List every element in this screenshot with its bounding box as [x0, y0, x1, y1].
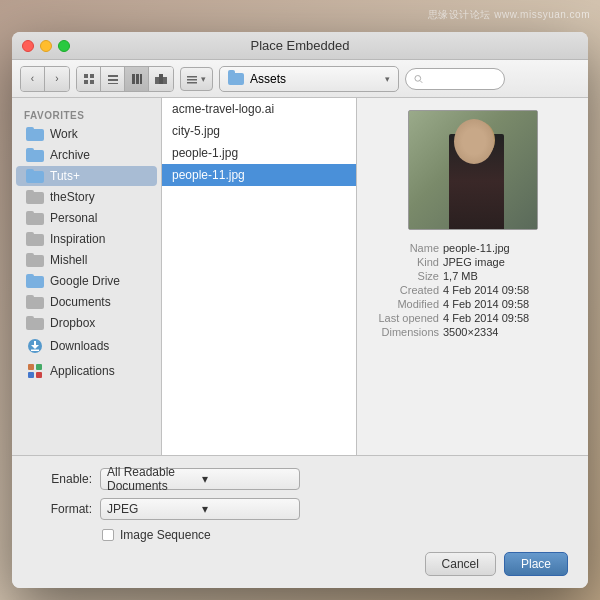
svg-rect-25 [36, 372, 42, 378]
titlebar: Place Embedded [12, 32, 588, 60]
sidebar-item-inspiration[interactable]: Inspiration [16, 229, 157, 249]
folder-icon [26, 274, 44, 288]
folder-icon [26, 253, 44, 267]
kind-value: JPEG image [443, 256, 505, 268]
svg-rect-23 [36, 364, 42, 370]
sidebar-item-tuts[interactable]: Tuts+ [16, 166, 157, 186]
sidebar-item-label: Tuts+ [50, 169, 80, 183]
place-button[interactable]: Place [504, 552, 568, 576]
folder-icon [26, 169, 44, 183]
format-row: Format: JPEG ▾ [32, 498, 568, 520]
chevron-down-icon: ▾ [202, 472, 293, 486]
svg-rect-15 [187, 82, 197, 84]
back-button[interactable]: ‹ [21, 67, 45, 91]
file-info: Name people-11.jpg Kind JPEG image Size … [369, 242, 576, 340]
preview-person-body [449, 134, 504, 229]
sidebar-item-label: Mishell [50, 253, 87, 267]
sidebar-item-label: Dropbox [50, 316, 95, 330]
preview-image [408, 110, 538, 230]
preview-person-head [461, 121, 495, 159]
format-value: JPEG [107, 502, 198, 516]
file-item[interactable]: people-1.jpg [162, 142, 356, 164]
sidebar-item-thestory[interactable]: theStory [16, 187, 157, 207]
folder-icon [26, 127, 44, 141]
sidebar: FAVORITES Work Archive Tuts+ theStory Pe… [12, 98, 162, 455]
svg-rect-21 [31, 350, 39, 352]
format-label: Format: [32, 502, 92, 516]
view-options-dropdown[interactable]: ▾ [180, 67, 213, 91]
enable-value: All Readable Documents [107, 465, 198, 493]
view-cover-button[interactable] [149, 67, 173, 91]
sidebar-item-mishell[interactable]: Mishell [16, 250, 157, 270]
kind-label: Kind [369, 256, 439, 268]
image-sequence-row: Image Sequence [102, 528, 568, 542]
favorites-label: FAVORITES [12, 106, 161, 123]
sidebar-item-documents[interactable]: Documents [16, 292, 157, 312]
location-label: Assets [250, 72, 379, 86]
sidebar-item-applications[interactable]: Applications [16, 359, 157, 383]
button-row: Cancel Place [32, 552, 568, 576]
svg-rect-13 [187, 76, 197, 78]
name-label: Name [369, 242, 439, 254]
view-icon-button[interactable] [77, 67, 101, 91]
sidebar-item-label: Archive [50, 148, 90, 162]
svg-rect-24 [28, 372, 34, 378]
folder-icon [26, 316, 44, 330]
downloads-icon [26, 337, 44, 355]
enable-dropdown[interactable]: All Readable Documents ▾ [100, 468, 300, 490]
svg-rect-5 [108, 79, 118, 81]
svg-rect-10 [155, 77, 159, 84]
image-sequence-checkbox[interactable] [102, 529, 114, 541]
sidebar-item-label: Documents [50, 295, 111, 309]
close-button[interactable] [22, 40, 34, 52]
preview-panel: Name people-11.jpg Kind JPEG image Size … [357, 98, 588, 455]
sidebar-item-downloads[interactable]: Downloads [16, 334, 157, 358]
sidebar-item-googledrive[interactable]: Google Drive [16, 271, 157, 291]
sidebar-item-personal[interactable]: Personal [16, 208, 157, 228]
location-folder-icon [228, 73, 244, 85]
folder-icon [26, 190, 44, 204]
file-item[interactable]: acme-travel-logo.ai [162, 98, 356, 120]
svg-rect-8 [136, 74, 139, 84]
location-dropdown[interactable]: Assets ▾ [219, 66, 399, 92]
sidebar-item-label: Google Drive [50, 274, 120, 288]
forward-button[interactable]: › [45, 67, 69, 91]
modified-label: Modified [369, 298, 439, 310]
dimensions-label: Dimensions [369, 326, 439, 338]
window-controls [22, 40, 70, 52]
file-item[interactable]: city-5.jpg [162, 120, 356, 142]
sidebar-item-work[interactable]: Work [16, 124, 157, 144]
search-input[interactable] [423, 73, 496, 85]
svg-rect-11 [159, 74, 163, 84]
file-item-selected[interactable]: people-11.jpg [162, 164, 356, 186]
modified-value: 4 Feb 2014 09:58 [443, 298, 529, 310]
lastopened-value: 4 Feb 2014 09:58 [443, 312, 529, 324]
cancel-button[interactable]: Cancel [425, 552, 496, 576]
folder-icon [26, 232, 44, 246]
minimize-button[interactable] [40, 40, 52, 52]
applications-icon [26, 362, 44, 380]
toolbar: ‹ › ▾ Assets ▾ [12, 60, 588, 98]
svg-rect-1 [90, 74, 94, 78]
svg-rect-7 [132, 74, 135, 84]
svg-rect-22 [28, 364, 34, 370]
svg-rect-20 [34, 341, 36, 346]
svg-rect-9 [140, 74, 142, 84]
view-column-button[interactable] [125, 67, 149, 91]
dialog-window: Place Embedded ‹ › ▾ Asse [12, 32, 588, 588]
sidebar-item-label: Work [50, 127, 78, 141]
sidebar-item-dropbox[interactable]: Dropbox [16, 313, 157, 333]
folder-icon [26, 148, 44, 162]
search-box [405, 68, 505, 90]
dialog-title: Place Embedded [250, 38, 349, 53]
format-dropdown[interactable]: JPEG ▾ [100, 498, 300, 520]
enable-row: Enable: All Readable Documents ▾ [32, 468, 568, 490]
maximize-button[interactable] [58, 40, 70, 52]
lastopened-label: Last opened [369, 312, 439, 324]
view-list-button[interactable] [101, 67, 125, 91]
size-value: 1,7 MB [443, 270, 478, 282]
name-value: people-11.jpg [443, 242, 510, 254]
folder-icon [26, 211, 44, 225]
file-panel: acme-travel-logo.ai city-5.jpg people-1.… [162, 98, 357, 455]
sidebar-item-archive[interactable]: Archive [16, 145, 157, 165]
